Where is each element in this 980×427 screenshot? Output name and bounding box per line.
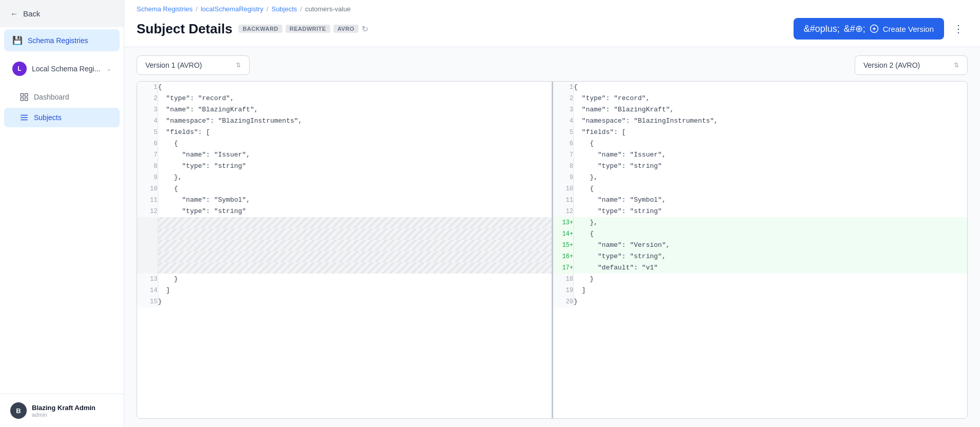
line-number: 12 [553, 206, 574, 217]
line-number: 8 [137, 161, 158, 172]
table-row [137, 251, 552, 262]
line-content: "type": "record", [574, 93, 968, 104]
breadcrumb-subjects[interactable]: Subjects [271, 5, 297, 13]
content-area: Version 1 (AVRO) ⇅ Version 2 (AVRO) ⇅ 1{… [124, 47, 980, 427]
line-number: 12 [137, 206, 158, 217]
more-options-button[interactable]: ⋮ [949, 18, 968, 39]
sidebar-footer: B Blazing Kraft Admin admin [0, 394, 124, 427]
line-number: 13 [137, 274, 158, 285]
line-content: "name": "Issuer", [158, 149, 552, 161]
sidebar-item-dashboard[interactable]: Dashboard [4, 87, 120, 107]
table-row: 4 "namespace": "BlazingInstruments", [137, 115, 552, 127]
version-select-right[interactable]: Version 2 (AVRO) ⇅ [855, 55, 968, 75]
badge-readwrite: READWRITE [286, 25, 330, 33]
line-content: "name": "Symbol", [574, 195, 968, 206]
line-number: 6 [553, 138, 574, 149]
schema-reg-icon: 💾 [12, 35, 23, 45]
line-number: 16+ [553, 251, 574, 262]
table-row: 15} [137, 296, 552, 307]
line-content: ] [158, 285, 552, 296]
line-content: "fields": [ [574, 127, 968, 138]
table-row: 8 "type": "string" [137, 161, 552, 172]
line-number: 18 [553, 274, 574, 285]
sidebar: ← Back 💾 Schema Registries L Local Schem… [0, 0, 124, 427]
line-content: { [574, 228, 968, 240]
line-content: } [158, 274, 552, 285]
user-role: admin [32, 412, 96, 418]
table-row: 6 { [137, 138, 552, 149]
line-number: 11 [553, 195, 574, 206]
line-content: }, [574, 217, 968, 228]
line-number: 3 [137, 104, 158, 115]
line-content: "type": "string" [158, 206, 552, 217]
line-number: 15 [137, 296, 158, 307]
diff-panel-left[interactable]: 1{2 "type": "record",3 "name": "BlazingK… [137, 82, 553, 418]
breadcrumb-local-registry[interactable]: localSchemaRegistry [201, 5, 263, 13]
version-left-label: Version 1 (AVRO) [145, 61, 202, 69]
refresh-icon[interactable]: ↻ [362, 24, 368, 34]
line-content: "name": "BlazingKraft", [574, 104, 968, 115]
sidebar-item-subjects[interactable]: Subjects [4, 108, 120, 127]
line-content: { [574, 82, 968, 93]
breadcrumb: Schema Registries / localSchemaRegistry … [137, 0, 968, 15]
create-plus-icon [870, 24, 879, 33]
table-row: 2 "type": "record", [553, 93, 968, 104]
table-row: 7 "name": "Issuer", [137, 149, 552, 161]
table-row [137, 217, 552, 228]
line-content: "type": "string" [574, 161, 968, 172]
schema-registries-item[interactable]: 💾 Schema Registries [4, 29, 120, 51]
breadcrumb-sep-2: / [267, 5, 269, 13]
line-number: 3 [553, 104, 574, 115]
version-left-updown-icon: ⇅ [236, 62, 241, 69]
line-content: } [574, 296, 968, 307]
line-number: 7 [553, 149, 574, 161]
back-button[interactable]: ← Back [0, 0, 124, 27]
line-content: "name": "Symbol", [158, 195, 552, 206]
svg-rect-1 [25, 93, 28, 96]
line-number: 19 [553, 285, 574, 296]
table-row: 5 "fields": [ [137, 127, 552, 138]
line-content: { [574, 138, 968, 149]
diff-panel-right[interactable]: 1{2 "type": "record",3 "name": "BlazingK… [553, 82, 968, 418]
breadcrumb-sep-3: / [300, 5, 302, 13]
line-number: 4 [137, 115, 158, 127]
line-number: 1 [553, 82, 574, 93]
dashboard-label: Dashboard [34, 93, 69, 101]
line-number: 9 [553, 172, 574, 183]
line-number: 8 [553, 161, 574, 172]
dashboard-icon [20, 92, 29, 102]
user-info: Blazing Kraft Admin admin [32, 404, 96, 418]
line-number: 14 [137, 285, 158, 296]
table-row [137, 262, 552, 274]
diff-table-left: 1{2 "type": "record",3 "name": "BlazingK… [137, 82, 552, 307]
line-content: "name": "Issuer", [574, 149, 968, 161]
line-content: { [158, 183, 552, 195]
line-content: "type": "string" [574, 206, 968, 217]
registry-label: Local Schema Regi... [32, 65, 101, 73]
table-row: 14+ { [553, 228, 968, 240]
line-number: 7 [137, 149, 158, 161]
table-row: 3 "name": "BlazingKraft", [137, 104, 552, 115]
table-row: 13+ }, [553, 217, 968, 228]
breadcrumb-schema-registries[interactable]: Schema Registries [137, 5, 193, 13]
line-number: 11 [137, 195, 158, 206]
main-header: Schema Registries / localSchemaRegistry … [124, 0, 980, 47]
line-content: "name": "Version", [574, 240, 968, 251]
plus-circle-icon: &#oplus; [804, 24, 840, 34]
version-right-label: Version 2 (AVRO) [863, 61, 920, 69]
version-select-left[interactable]: Version 1 (AVRO) ⇅ [137, 55, 250, 75]
breadcrumb-sep-1: / [196, 5, 198, 13]
badges-group: BACKWARD READWRITE AVRO ↻ [238, 24, 368, 34]
table-row: 6 { [553, 138, 968, 149]
line-content: "namespace": "BlazingInstruments", [158, 115, 552, 127]
create-version-button[interactable]: &#oplus; &#⊕; Create Version [794, 18, 944, 40]
user-name: Blazing Kraft Admin [32, 404, 96, 412]
line-number: 2 [137, 93, 158, 104]
version-selectors: Version 1 (AVRO) ⇅ Version 2 (AVRO) ⇅ [137, 55, 968, 75]
local-registry-item[interactable]: L Local Schema Regi... ⌄ [4, 55, 120, 82]
svg-rect-2 [25, 98, 28, 101]
table-row: 8 "type": "string" [553, 161, 968, 172]
line-number: 5 [553, 127, 574, 138]
table-row: 16+ "type": "string", [553, 251, 968, 262]
header-actions: &#oplus; &#⊕; Create Version ⋮ [794, 18, 968, 40]
